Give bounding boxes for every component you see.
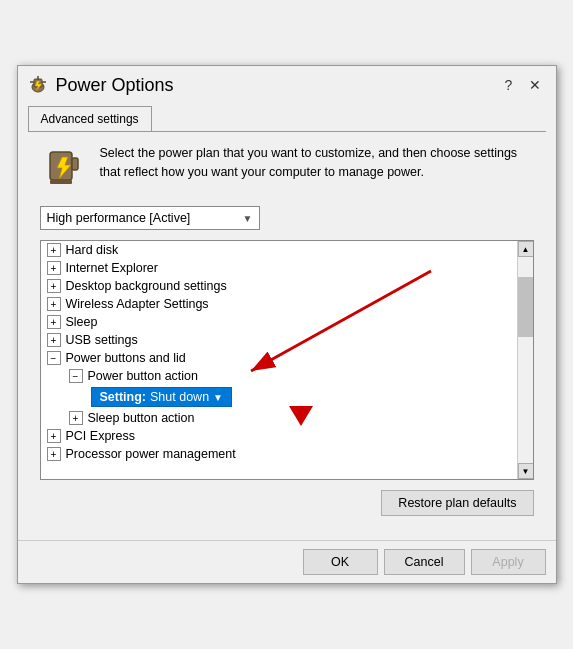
ok-button[interactable]: OK: [303, 549, 378, 575]
power-icon: [28, 75, 48, 95]
scroll-down-button[interactable]: ▼: [518, 463, 534, 479]
list-item: Processor power management: [66, 447, 236, 461]
expand-icon[interactable]: +: [47, 315, 61, 329]
list-item: USB settings: [66, 333, 138, 347]
list-item: Internet Explorer: [66, 261, 158, 275]
expand-icon[interactable]: +: [47, 243, 61, 257]
list-item: Power button action: [88, 369, 199, 383]
scroll-thumb[interactable]: [518, 277, 533, 337]
tree-item-sleep-button[interactable]: + Sleep button action: [41, 409, 533, 427]
expand-icon[interactable]: +: [47, 447, 61, 461]
list-item: Power buttons and lid: [66, 351, 186, 365]
title-bar-controls: ? ✕: [498, 74, 546, 96]
setting-row-power-button: Setting: Shut down ▼: [41, 385, 533, 409]
tree-item-power-button-action[interactable]: − Power button action: [41, 367, 533, 385]
tree-item-wireless[interactable]: + Wireless Adapter Settings: [41, 295, 533, 313]
cancel-button[interactable]: Cancel: [384, 549, 465, 575]
tab-advanced-settings[interactable]: Advanced settings: [28, 106, 152, 131]
restore-plan-defaults-button[interactable]: Restore plan defaults: [381, 490, 533, 516]
setting-value: Shut down: [150, 390, 209, 404]
plan-dropdown[interactable]: High performance [Active] ▼: [40, 206, 260, 230]
scrollbar[interactable]: ▲ ▼: [517, 241, 533, 479]
expand-icon[interactable]: +: [47, 297, 61, 311]
list-item: Sleep button action: [88, 411, 195, 425]
tree-item-pci-express[interactable]: + PCI Express: [41, 427, 533, 445]
power-plug-icon: [40, 144, 88, 192]
close-button[interactable]: ✕: [524, 74, 546, 96]
list-item: Hard disk: [66, 243, 119, 257]
power-options-dialog: Power Options ? ✕ Advanced settings: [17, 65, 557, 584]
description-text: Select the power plan that you want to c…: [100, 144, 534, 182]
tree-item-sleep[interactable]: + Sleep: [41, 313, 533, 331]
tree-item-usb[interactable]: + USB settings: [41, 331, 533, 349]
list-item: Sleep: [66, 315, 98, 329]
button-row: OK Cancel Apply: [18, 540, 556, 583]
expand-icon[interactable]: −: [69, 369, 83, 383]
scroll-up-button[interactable]: ▲: [518, 241, 534, 257]
expand-icon[interactable]: +: [69, 411, 83, 425]
help-button[interactable]: ?: [498, 74, 520, 96]
tree-item-power-buttons[interactable]: − Power buttons and lid: [41, 349, 533, 367]
expand-icon[interactable]: +: [47, 261, 61, 275]
setting-label: Setting:: [100, 390, 147, 404]
scroll-track[interactable]: [518, 257, 533, 463]
settings-tree[interactable]: + Hard disk + Internet Explorer + Deskto…: [40, 240, 534, 480]
list-item: Wireless Adapter Settings: [66, 297, 209, 311]
svg-rect-8: [50, 180, 72, 184]
title-bar: Power Options ? ✕: [18, 66, 556, 100]
svg-rect-7: [72, 158, 78, 170]
list-item: Desktop background settings: [66, 279, 227, 293]
list-item: PCI Express: [66, 429, 135, 443]
content-area: Select the power plan that you want to c…: [28, 131, 546, 540]
expand-icon[interactable]: −: [47, 351, 61, 365]
tab-bar: Advanced settings: [18, 100, 556, 131]
apply-button[interactable]: Apply: [471, 549, 546, 575]
expand-icon[interactable]: +: [47, 333, 61, 347]
tree-item-hard-disk[interactable]: + Hard disk: [41, 241, 533, 259]
description-row: Select the power plan that you want to c…: [40, 144, 534, 192]
chevron-down-icon: ▼: [213, 392, 223, 403]
setting-dropdown[interactable]: Setting: Shut down ▼: [91, 387, 233, 407]
tree-item-internet-explorer[interactable]: + Internet Explorer: [41, 259, 533, 277]
dialog-title: Power Options: [56, 75, 498, 96]
tree-item-desktop-background[interactable]: + Desktop background settings: [41, 277, 533, 295]
expand-icon[interactable]: +: [47, 429, 61, 443]
expand-icon[interactable]: +: [47, 279, 61, 293]
plan-dropdown-row: High performance [Active] ▼: [40, 206, 534, 230]
tree-item-processor[interactable]: + Processor power management: [41, 445, 533, 463]
restore-row: Restore plan defaults: [40, 490, 534, 516]
chevron-down-icon: ▼: [243, 213, 253, 224]
